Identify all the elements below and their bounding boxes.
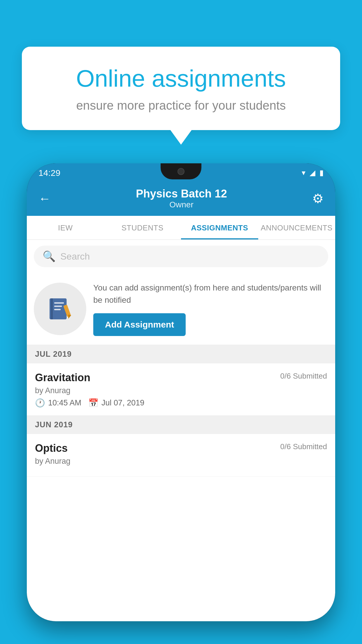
calendar-icon: 📅 (88, 398, 99, 408)
svg-rect-1 (51, 298, 53, 319)
promo-text: You can add assignment(s) from here and … (93, 282, 328, 306)
assignment-time-value: 10:45 AM (48, 398, 81, 407)
search-container: 🔍 Search (27, 240, 335, 273)
camera-notch (178, 168, 184, 175)
bubble-title: Online assignments (45, 64, 317, 93)
app-header: ← Physics Batch 12 Owner ⚙ (27, 182, 335, 216)
assignment-time: 🕐 10:45 AM (35, 398, 81, 408)
assignment-submitted: 0/6 Submitted (280, 372, 327, 381)
clock-icon: 🕐 (35, 398, 45, 408)
svg-rect-3 (54, 306, 62, 307)
promo-icon-circle (34, 283, 86, 335)
header-title-area: Physics Batch 12 Owner (136, 188, 227, 209)
svg-rect-4 (54, 309, 61, 310)
assignment-by-optics: by Anurag (35, 457, 327, 466)
add-assignment-promo: You can add assignment(s) from here and … (27, 273, 335, 345)
search-bar[interactable]: 🔍 Search (34, 246, 328, 267)
section-header-jul: JUL 2019 (27, 345, 335, 363)
notch (161, 163, 201, 179)
tab-iew[interactable]: IEW (27, 216, 104, 239)
wifi-icon: ▾ (302, 168, 305, 177)
status-time: 14:29 (38, 168, 60, 178)
add-assignment-button[interactable]: Add Assignment (93, 313, 186, 336)
settings-icon[interactable]: ⚙ (312, 191, 324, 206)
status-bar: 14:29 ▾ ◢ ▮ (27, 163, 335, 182)
assignment-name: Gravitation (35, 372, 90, 384)
assignment-item-optics[interactable]: Optics 0/6 Submitted by Anurag (27, 434, 335, 477)
phone-screen: IEW STUDENTS ASSIGNMENTS ANNOUNCEMENTS 🔍… (27, 216, 335, 621)
signal-icon: ◢ (310, 168, 315, 177)
promo-right: You can add assignment(s) from here and … (93, 282, 328, 336)
assignment-name-optics: Optics (35, 442, 68, 454)
phone-frame: 14:29 ▾ ◢ ▮ ← Physics Batch 12 Owner ⚙ I… (27, 163, 335, 621)
assignment-item-gravitation[interactable]: Gravitation 0/6 Submitted by Anurag 🕐 10… (27, 363, 335, 416)
speech-bubble: Online assignments ensure more practice … (22, 47, 340, 130)
search-placeholder: Search (60, 251, 90, 262)
section-header-jun: JUN 2019 (27, 416, 335, 434)
tab-students[interactable]: STUDENTS (104, 216, 181, 239)
tabs-bar: IEW STUDENTS ASSIGNMENTS ANNOUNCEMENTS (27, 216, 335, 240)
svg-rect-2 (54, 302, 64, 304)
tab-assignments[interactable]: ASSIGNMENTS (181, 216, 258, 239)
assignment-top-optics: Optics 0/6 Submitted (35, 442, 327, 454)
assignment-by: by Anurag (35, 386, 327, 395)
bubble-subtitle: ensure more practice for your students (45, 99, 317, 113)
assignment-submitted-optics: 0/6 Submitted (280, 442, 327, 451)
back-button[interactable]: ← (38, 192, 51, 206)
battery-icon: ▮ (319, 168, 324, 177)
notebook-icon (47, 296, 73, 322)
assignment-date: 📅 Jul 07, 2019 (88, 398, 144, 408)
search-icon: 🔍 (43, 250, 56, 262)
assignment-top: Gravitation 0/6 Submitted (35, 372, 327, 384)
status-icons: ▾ ◢ ▮ (302, 168, 324, 177)
batch-role: Owner (136, 200, 227, 209)
assignment-meta: 🕐 10:45 AM 📅 Jul 07, 2019 (35, 398, 327, 408)
assignment-date-value: Jul 07, 2019 (101, 398, 144, 407)
batch-name: Physics Batch 12 (136, 188, 227, 200)
tab-announcements[interactable]: ANNOUNCEMENTS (258, 216, 335, 239)
